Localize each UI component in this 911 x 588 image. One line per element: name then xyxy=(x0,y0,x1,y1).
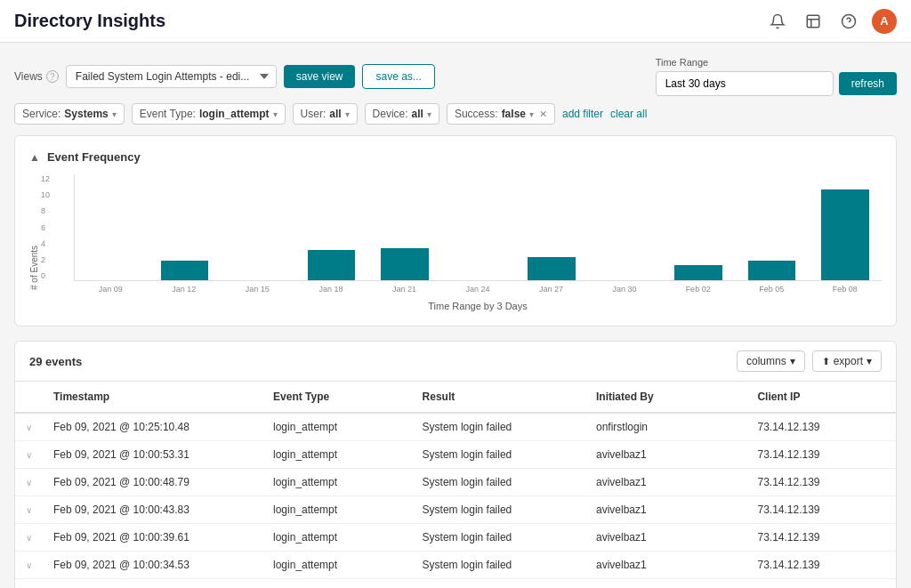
row-timestamp: Feb 09, 2021 @ 10:00:34.53 xyxy=(43,552,262,579)
col-initiated-by: Initiated By xyxy=(585,382,746,413)
col-client-ip: Client IP xyxy=(746,382,896,413)
export-button[interactable]: ⬆ export ▾ xyxy=(812,350,882,372)
row-timestamp: Feb 09, 2021 @ 09:58:52.73 xyxy=(43,579,262,589)
row-initiated-by: avivelbaz1 xyxy=(585,469,746,496)
add-filter-link[interactable]: add filter xyxy=(562,108,603,120)
row-result: System login failed xyxy=(412,413,585,441)
row-result: System login failed xyxy=(412,524,585,552)
view-select[interactable]: Failed System Login Attempts - edi... xyxy=(66,65,277,88)
bar-group xyxy=(441,174,514,280)
row-event-type: login_attempt xyxy=(262,524,412,552)
bar-group xyxy=(148,174,221,280)
row-initiated-by: avivelbaz1 xyxy=(585,524,746,552)
row-timestamp: Feb 09, 2021 @ 10:25:10.48 xyxy=(43,413,262,441)
time-range-section: Time Range refresh xyxy=(656,57,897,96)
row-expand[interactable]: ∨ xyxy=(15,552,43,579)
filter-chip[interactable]: Device:all▾ xyxy=(365,103,439,125)
chart-header: ▲ Event Frequency xyxy=(29,150,882,164)
bar xyxy=(381,248,429,280)
row-expand[interactable]: ∨ xyxy=(15,441,43,469)
views-row: Views ? Failed System Login Attempts - e… xyxy=(14,57,897,96)
bar xyxy=(674,265,722,280)
filter-chip[interactable]: Service:Systems▾ xyxy=(14,103,125,125)
app-title: Directory Insights xyxy=(14,11,165,31)
notifications-icon[interactable] xyxy=(765,9,790,34)
table-row: ∨ Feb 09, 2021 @ 10:00:39.61 login_attem… xyxy=(15,524,896,552)
events-count: 29 events xyxy=(29,355,82,368)
x-label: Jan 30 xyxy=(588,285,662,294)
bar-group xyxy=(588,174,661,280)
bar-group xyxy=(222,174,294,280)
row-initiated-by: avivelbaz1 xyxy=(585,441,746,469)
col-event-type: Event Type xyxy=(262,382,412,413)
row-initiated-by: avivelbaz1 xyxy=(585,496,746,524)
y-axis-ticks: 0 2 4 6 8 10 12 xyxy=(41,174,50,280)
col-timestamp: Timestamp xyxy=(43,382,262,413)
table-row: ∨ Feb 09, 2021 @ 10:00:34.53 login_attem… xyxy=(15,552,896,579)
table-row: ∨ Feb 09, 2021 @ 10:25:10.48 login_attem… xyxy=(15,413,896,441)
row-result: System login failed xyxy=(412,441,585,469)
docs-icon[interactable] xyxy=(801,9,826,34)
filter-chips: Service:Systems▾Event Type:login_attempt… xyxy=(14,103,555,125)
table-row: ∨ Feb 09, 2021 @ 10:00:48.79 login_attem… xyxy=(15,469,896,496)
x-labels: Jan 09Jan 12Jan 15Jan 18Jan 21Jan 24Jan … xyxy=(74,285,882,294)
row-event-type: login_attempt xyxy=(262,496,412,524)
table-row: ∨ Feb 09, 2021 @ 10:00:53.31 login_attem… xyxy=(15,441,896,469)
col-result: Result xyxy=(412,382,585,413)
table-wrapper: Timestamp Event Type Result Initiated By… xyxy=(15,382,896,588)
row-expand[interactable]: ∨ xyxy=(15,579,43,589)
row-expand[interactable]: ∨ xyxy=(15,496,43,524)
clear-all-link[interactable]: clear all xyxy=(610,108,647,120)
views-info-icon[interactable]: ? xyxy=(46,70,59,83)
filters-row: Service:Systems▾Event Type:login_attempt… xyxy=(14,103,897,125)
row-client-ip: 73.14.12.139 xyxy=(746,413,896,441)
table-row: ∨ Feb 09, 2021 @ 10:00:43.83 login_attem… xyxy=(15,496,896,524)
row-timestamp: Feb 09, 2021 @ 10:00:48.79 xyxy=(43,469,262,496)
filter-chip[interactable]: User:all▾ xyxy=(293,103,358,125)
row-timestamp: Feb 09, 2021 @ 10:00:43.83 xyxy=(43,496,262,524)
bar-group xyxy=(735,174,808,280)
row-timestamp: Feb 09, 2021 @ 10:00:39.61 xyxy=(43,524,262,552)
bar xyxy=(821,189,869,280)
save-as-button[interactable]: save as... xyxy=(362,64,434,89)
row-client-ip: 73.14.12.139 xyxy=(746,524,896,552)
columns-button[interactable]: columns ▾ xyxy=(737,350,805,372)
row-expand[interactable]: ∨ xyxy=(15,413,43,441)
help-icon[interactable] xyxy=(836,9,861,34)
filter-chip[interactable]: Success:false▾✕ xyxy=(447,103,555,125)
row-client-ip: 73.14.12.139 xyxy=(746,441,896,469)
chart-title: Event Frequency xyxy=(47,150,141,164)
row-result: System login failed xyxy=(412,579,585,589)
bar xyxy=(748,261,796,280)
row-event-type: login_attempt xyxy=(262,552,412,579)
chart-card: ▲ Event Frequency # of Events 0 2 4 6 8 … xyxy=(14,135,897,326)
x-label: Jan 12 xyxy=(148,285,222,294)
row-timestamp: Feb 09, 2021 @ 10:00:53.31 xyxy=(43,441,262,469)
row-initiated-by: avivelbaz1 xyxy=(585,579,746,589)
row-result: System login failed xyxy=(412,552,585,579)
row-initiated-by: onfirstlogin xyxy=(585,413,746,441)
row-expand[interactable]: ∨ xyxy=(15,469,43,496)
row-expand[interactable]: ∨ xyxy=(15,524,43,552)
refresh-button[interactable]: refresh xyxy=(839,72,897,95)
x-label: Jan 21 xyxy=(367,285,441,294)
chart-x-title: Time Range by 3 Days xyxy=(74,301,882,311)
x-label: Jan 27 xyxy=(514,285,588,294)
x-label: Jan 15 xyxy=(221,285,294,294)
bar-group xyxy=(662,174,735,280)
collapse-icon[interactable]: ▲ xyxy=(29,151,40,164)
user-avatar[interactable]: A xyxy=(872,9,897,34)
main-content: Views ? Failed System Login Attempts - e… xyxy=(0,43,911,588)
save-view-button[interactable]: save view xyxy=(284,65,356,88)
table-header: Timestamp Event Type Result Initiated By… xyxy=(15,382,896,413)
svg-rect-0 xyxy=(807,15,819,28)
y-axis-label: # of Events xyxy=(29,174,39,290)
bar xyxy=(308,250,356,280)
time-range-input[interactable] xyxy=(656,71,834,96)
filter-chip[interactable]: Event Type:login_attempt▾ xyxy=(132,103,286,125)
x-label: Jan 09 xyxy=(74,285,148,294)
chart-body: # of Events 0 2 4 6 8 10 12 Jan 09Jan 12… xyxy=(29,174,882,311)
top-bar: Directory Insights A xyxy=(0,0,911,43)
row-initiated-by: avivelbaz1 xyxy=(585,552,746,579)
bar-group xyxy=(809,174,882,280)
